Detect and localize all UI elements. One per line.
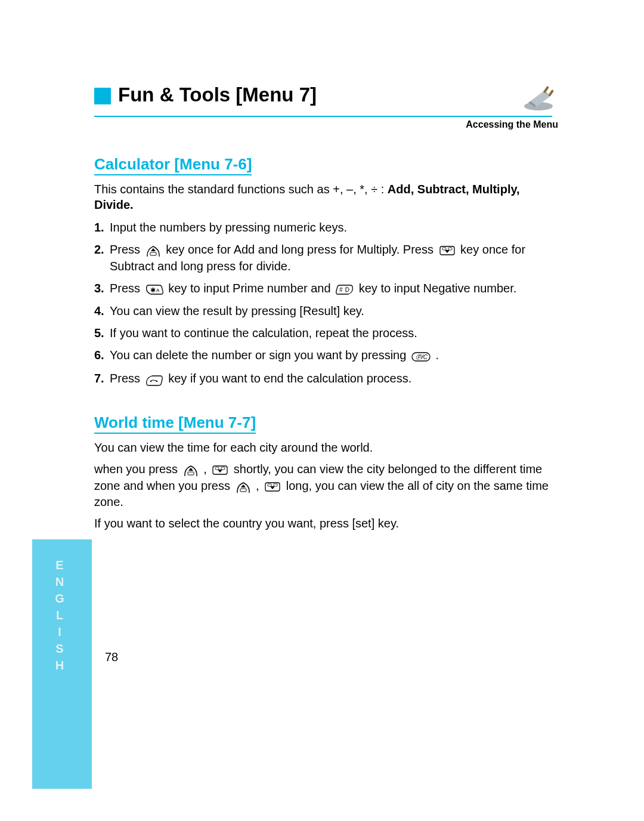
text-run: key once for Add and long press for Mult… bbox=[163, 243, 437, 256]
text-run: , bbox=[200, 462, 210, 476]
svg-rect-20 bbox=[268, 484, 271, 486]
text-run: Input the numbers by pressing numeric ke… bbox=[110, 221, 347, 234]
text-run: key to input Prime number and bbox=[165, 282, 334, 295]
svg-rect-17 bbox=[221, 467, 225, 470]
svg-rect-5 bbox=[442, 248, 446, 250]
up-key-icon bbox=[235, 479, 252, 494]
paragraph: If you want to select the country you wa… bbox=[94, 516, 559, 531]
step-number: 2. bbox=[94, 242, 110, 274]
svg-text:ⓟ/C: ⓟ/C bbox=[416, 354, 428, 360]
text-run: , bbox=[253, 479, 263, 492]
page-number: 78 bbox=[105, 650, 118, 664]
text-run: Press bbox=[110, 372, 144, 385]
header-row: Fun & Tools [Menu 7] bbox=[94, 84, 559, 112]
title-underline bbox=[94, 116, 552, 117]
star-key-icon: ✱A bbox=[145, 281, 164, 297]
step-number: 1. bbox=[94, 220, 110, 236]
svg-text:A: A bbox=[156, 288, 160, 293]
step-content: Input the numbers by pressing numeric ke… bbox=[110, 220, 559, 236]
text-run: Press bbox=[110, 243, 144, 256]
step-number: 6. bbox=[94, 347, 110, 364]
up-key-icon bbox=[145, 242, 162, 258]
svg-rect-2 bbox=[548, 89, 554, 97]
svg-rect-3 bbox=[150, 252, 156, 255]
calculator-steps: 1.Input the numbers by pressing numeric … bbox=[94, 220, 559, 387]
section-heading-worldtime: World time [Menu 7-7] bbox=[94, 413, 256, 434]
step-content: If you want to continue the calculation,… bbox=[110, 325, 559, 341]
svg-text:✱: ✱ bbox=[150, 286, 156, 294]
language-label: ENGLISH bbox=[52, 558, 66, 675]
text-run: If you want to select the country you wa… bbox=[94, 517, 399, 530]
svg-rect-6 bbox=[448, 248, 452, 250]
text-run: You can view the result by pressing [Res… bbox=[110, 304, 364, 317]
text-run: key to input Negative number. bbox=[355, 282, 516, 295]
step-content: You can delete the number or sign you wa… bbox=[110, 347, 559, 364]
svg-point-13 bbox=[156, 380, 157, 381]
page-content: Fun & Tools [Menu 7] Accessing the Menu … bbox=[94, 84, 559, 531]
svg-rect-21 bbox=[274, 484, 277, 486]
clear-key-icon: ⓟ/C bbox=[411, 348, 431, 365]
header-subtitle: Accessing the Menu bbox=[94, 119, 558, 130]
step-content: Press key if you want to end the calcula… bbox=[110, 371, 559, 387]
svg-rect-16 bbox=[215, 467, 219, 470]
step-number: 3. bbox=[94, 280, 110, 297]
svg-rect-18 bbox=[240, 489, 246, 492]
intro-plain: This contains the standard functions suc… bbox=[94, 183, 388, 196]
step-item: 2.Press key once for Add and long press … bbox=[94, 242, 559, 274]
down-key-icon bbox=[211, 462, 229, 478]
text-run: key if you want to end the calculation p… bbox=[165, 372, 412, 385]
text-run: . bbox=[432, 348, 439, 362]
down-key-icon bbox=[264, 479, 281, 494]
up-key-icon bbox=[182, 462, 199, 478]
svg-point-12 bbox=[150, 380, 151, 381]
paragraph: when you press , shortly, you can view t… bbox=[94, 461, 559, 510]
step-content: You can view the result by pressing [Res… bbox=[110, 303, 559, 319]
text-run: when you press bbox=[94, 462, 181, 476]
plug-3d-icon bbox=[518, 80, 559, 112]
text-run: You can view the time for each city arou… bbox=[94, 441, 373, 454]
step-item: 6.You can delete the number or sign you … bbox=[94, 347, 559, 364]
down-key-icon bbox=[438, 242, 456, 258]
svg-text:#: # bbox=[339, 286, 343, 293]
page-title: Fun & Tools [Menu 7] bbox=[118, 84, 317, 106]
step-content: Press ✱A key to input Prime number and #… bbox=[110, 280, 559, 297]
paragraph: You can view the time for each city arou… bbox=[94, 440, 559, 455]
text-run: You can delete the number or sign you wa… bbox=[110, 348, 410, 362]
step-item: 7.Press key if you want to end the calcu… bbox=[94, 371, 559, 387]
text-run: If you want to continue the calculation,… bbox=[110, 326, 417, 339]
step-number: 5. bbox=[94, 325, 110, 341]
worldtime-paragraphs: You can view the time for each city arou… bbox=[94, 440, 559, 531]
calculator-intro: This contains the standard functions suc… bbox=[94, 181, 559, 212]
step-number: 4. bbox=[94, 303, 110, 319]
title-bullet bbox=[94, 88, 111, 104]
step-item: 5.If you want to continue the calculatio… bbox=[94, 325, 559, 341]
hash-key-icon: # bbox=[335, 281, 354, 297]
svg-rect-1 bbox=[543, 86, 549, 93]
step-item: 3.Press ✱A key to input Prime number and… bbox=[94, 280, 559, 297]
step-content: Press key once for Add and long press fo… bbox=[110, 242, 559, 274]
step-item: 4.You can view the result by pressing [R… bbox=[94, 303, 559, 319]
step-number: 7. bbox=[94, 371, 110, 387]
end-key-icon bbox=[145, 371, 164, 387]
step-item: 1.Input the numbers by pressing numeric … bbox=[94, 220, 559, 236]
section-heading-calculator: Calculator [Menu 7-6] bbox=[94, 155, 252, 175]
svg-rect-14 bbox=[188, 472, 194, 475]
text-run: Press bbox=[110, 282, 144, 295]
